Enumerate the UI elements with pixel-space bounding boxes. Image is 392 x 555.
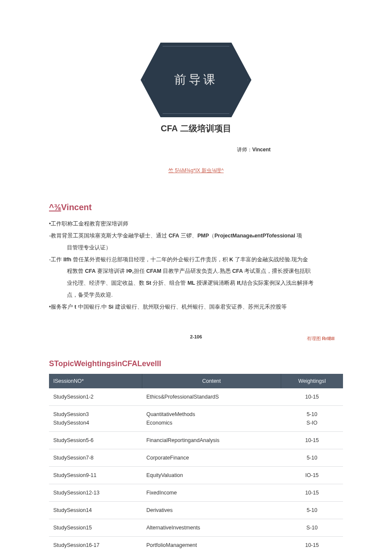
t: If, [237,280,242,286]
bio-line-2: -教胃背景工英国埃塞克斯大学金融学硕士、通过 CFA 三锣、PMP（Projec… [49,231,343,241]
t: CFA [169,233,179,239]
bio-line-1: •工作职称工金程教育密深培训师 [49,219,343,229]
cell-weighting: 10-15 [281,388,343,406]
t: 曾任某外资银行总部项目经理，十二年的外企银行工作贵历，积 [71,257,229,263]
t: 结合实际案例深入浅出解择考 [242,280,314,286]
t: 三锣、 [179,233,197,239]
t: -工作 [49,257,63,263]
t: PMP [197,233,209,239]
t: CFA [85,268,95,274]
t: 授课逻辑清断易 [195,280,237,286]
t: ML [187,280,195,286]
cell-content: AlternativeInvestments [142,519,281,537]
cell-session: StudySession16-17 [49,537,142,554]
t: 目教学产品研发负责人.熟悉 [161,268,232,274]
bio-line-2-indent: 目管理专业认证） [49,243,343,253]
bio-line-3-indent3: 点，备受学员欢迎. [49,290,343,301]
table-row: StudySession16-17PortfolioManagement10-1… [49,537,343,554]
bio-block: •工作职称工金程教育密深培训师 -教胃背景工英国埃塞克斯大学金融学硕士、通过 C… [49,219,343,312]
t: CFA [232,268,243,274]
cell-weighting: 10-15 [281,484,343,502]
cell-content: CorporateFinance [142,449,281,467]
table-row: StudySession5-6FinancialReportingandAnal… [49,432,343,449]
th-session: ISessionNO* [49,374,142,388]
cell-weighting: 10-15 [281,537,343,554]
course-title-rest: 二级培训项目 [178,124,231,133]
cell-session: StudySession5-6 [49,432,142,449]
cell-content: PortfolioManagement [142,537,281,554]
t: St [146,280,151,286]
topic-weightings-table: ISessionNO* Content WeightingsI StudySes… [49,374,343,554]
t: CFAM [146,268,161,274]
cell-session: StudySession7-8 [49,449,142,467]
cell-session: StudySession3StudySesston4 [49,406,142,432]
bio-line-4: •服务客户 t 中国银行.中 Si 建设银行、肮州联分银行、机州银行、国泰君安证… [49,302,343,312]
table-row: StudySession14Derivatives5-10 [49,502,343,519]
cell-session: StudySession12-13 [49,484,142,502]
cell-session: StudySession15 [49,519,142,537]
t: 考试重点，擅长授课包括职 [243,268,311,274]
table-row: StudySession15AlternativeInvestmentsS-10 [49,519,343,537]
hexagon-banner: 前导课 [141,43,251,117]
bio-line-3: -工作 IIfh 曾任某外资银行总部项目经理，十二年的外企银行工作贵历，积 K … [49,255,343,265]
cell-weighting: S-10 [281,519,343,537]
cell-content: Ethics&ProfessionalStandardS [142,388,281,406]
t: 中国银行.中 [76,304,108,310]
t: 建设银行、肮州联分银行、机州银行、国泰君安证券、苏州元禾控股等 [113,304,286,310]
cell-weighting: IO-15 [281,467,343,484]
garbled-link-row: 竺 5¼M¾g*IX 新虫⅛理^ [49,167,343,175]
hero-block: 前导课 CFA 二级培训项目 讲师：Vincent 竺 5¼M¾g*IX 新虫⅛… [49,43,343,175]
topics-heading: STopicWeightingsinCFALevelII [49,358,343,370]
bio-heading-prefix: ^⅜ [49,202,61,212]
t: -教胃背景工英国埃塞克斯大学金融学硕士、通过 [49,233,169,239]
t: 分折、组合管 [151,280,187,286]
th-weightings: WeightingsI [281,374,343,388]
th-content: Content [142,374,281,388]
t: •服务客户 [49,304,75,310]
t: ProjectManageₙentPTofessional [214,233,295,239]
cell-session: StudySession9-11 [49,467,142,484]
cell-weighting: 10-15 [281,432,343,449]
cell-weighting: 5-10S-IO [281,406,343,432]
t: Si [108,304,113,310]
cell-session: StudySession1-2 [49,388,142,406]
table-row: StudySession1-2Ethics&ProfessionalStanda… [49,388,343,406]
bio-line-3-indent2: 业伦理、经济学、固定收益、数 St 分折、组合管 ML 授课逻辑清断易 If,结… [49,278,343,289]
t: IIfh [63,257,72,263]
garbled-link[interactable]: 竺 5¼M¾g*IX 新虫⅛理^ [168,168,224,173]
table-row: StudySession9-11EquityValuationIO-15 [49,467,343,484]
t: RrIBII [322,336,334,341]
cell-content: Derivatives [142,502,281,519]
t: IΦ, [126,268,133,274]
t: 赛深培训讲 [95,268,126,274]
instructor-name: Vincent [252,147,271,153]
t: 了丰富的金融实战经验.现为金 [233,257,308,263]
cell-content: QuantitativeMethodsEconomics [142,406,281,432]
t: 担任 [134,268,146,274]
table-row: StudySession12-13FixedIncome10-15 [49,484,343,502]
bio-heading: ^⅜Vincent [49,200,343,214]
cell-content: EquityValuation [142,467,281,484]
cell-content: FinancialReportingandAnalysis [142,432,281,449]
cell-session: StudySession14 [49,502,142,519]
table-row: StudySession3StudySesston4QuantitativeMe… [49,406,343,432]
table-row: StudySession7-8CorporateFinance5-10 [49,449,343,467]
cell-content: FixedIncome [142,484,281,502]
course-title: CFA 二级培训项目 [49,121,343,135]
t: 项 [295,233,302,239]
course-title-prefix: CFA [161,124,178,133]
instructor-label: 讲师： [237,147,252,153]
t: 有理图 [307,336,322,341]
t: 业伦理、经济学、固定收益、数 [67,280,146,286]
instructor-line: 讲师：Vincent [49,146,343,154]
hexagon-text: 前导课 [174,70,218,90]
cell-weighting: 5-10 [281,449,343,467]
bio-line-1-text: •工作职称工金程教育密深培训师 [49,221,128,227]
table-header-row: ISessionNO* Content WeightingsI [49,374,343,388]
t: （ [209,233,214,239]
t: 程敦曾 [67,268,85,274]
bio-line-3-indent1: 程敦曾 CFA 赛深培训讲 IΦ,担任 CFAM 目教学产品研发负责人.熟悉 C… [49,266,343,277]
bio-heading-name: Vincent [61,202,92,212]
cell-weighting: 5-10 [281,502,343,519]
